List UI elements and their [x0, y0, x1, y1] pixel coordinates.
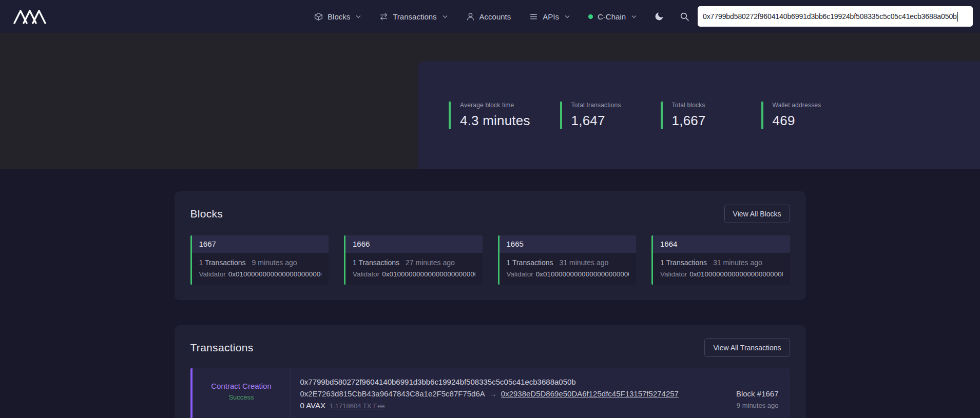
validator-address: 0x010000000000000000000000000000...: [689, 270, 782, 278]
block-summary: 1 Transactions9 minutes ago: [199, 258, 322, 267]
block-summary: 1 Transactions31 minutes ago: [507, 258, 629, 267]
transfer-icon: [379, 12, 388, 21]
search-input-value: 0x7799bd580272f9604140b6991d3bb6c19924bf…: [703, 12, 957, 21]
block-summary: 1 Transactions27 minutes ago: [353, 258, 475, 267]
stat-wallet-addresses: Wallet addresses 469: [761, 102, 832, 129]
chevron-down-icon: [443, 15, 448, 18]
chevron-down-icon: [565, 15, 570, 18]
stat-value: 469: [773, 113, 832, 129]
validator-label: Validator: [660, 270, 687, 278]
transaction-block-link[interactable]: Block #1667: [693, 389, 779, 398]
moon-icon: [654, 11, 664, 22]
stat-label: Total blocks: [672, 102, 732, 109]
stat-value: 1,647: [571, 113, 631, 129]
block-validator: Validator0x01000000000000000000000000000…: [199, 270, 322, 278]
nav-label-accounts: Accounts: [479, 12, 511, 21]
block-number[interactable]: 1665: [499, 235, 637, 253]
transactions-section-header: Transactions View All Transactions: [190, 339, 790, 357]
validator-address: 0x010000000000000000000000000000...: [228, 270, 321, 278]
block-time: 27 minutes ago: [406, 258, 455, 267]
chain-status-dot: [588, 14, 593, 19]
nav-label-apis: APIs: [543, 12, 559, 21]
transaction-time: 9 minutes ago: [693, 402, 779, 409]
block-card-body: 1 Transactions31 minutes ago Validator0x…: [653, 253, 790, 285]
transaction-fee: 1.1718604 TX Fee: [330, 402, 385, 410]
block-time: 31 minutes ago: [560, 258, 609, 267]
transaction-row[interactable]: Contract Creation Success 0x7799bd580272…: [190, 368, 790, 418]
chevron-down-icon: [631, 15, 637, 18]
transactions-title: Transactions: [190, 342, 254, 354]
nav-label-blocks: Blocks: [328, 12, 350, 21]
block-number[interactable]: 1664: [653, 235, 790, 253]
block-card-1666[interactable]: 1666 1 Transactions27 minutes ago Valida…: [344, 235, 483, 285]
stat-value: 1,667: [672, 113, 732, 129]
stat-total-transactions: Total transactions 1,647: [560, 102, 631, 129]
block-validator: Validator0x01000000000000000000000000000…: [507, 270, 629, 278]
validator-label: Validator: [507, 270, 533, 278]
to-address-link[interactable]: 0x2938eD5D869e50DA6f125dfc45F13157f52742…: [501, 389, 679, 398]
block-validator: Validator0x01000000000000000000000000000…: [353, 270, 475, 278]
stat-label: Average block time: [460, 102, 530, 109]
nav-item-chain-selector[interactable]: C-Chain: [588, 12, 637, 21]
view-all-blocks-button[interactable]: View All Blocks: [724, 205, 790, 223]
text-cursor: [957, 12, 958, 22]
block-time: 31 minutes ago: [713, 258, 762, 267]
theme-toggle-button[interactable]: [654, 11, 664, 22]
transaction-meta: Block #1667 9 minutes ago: [693, 368, 790, 418]
blocks-section-header: Blocks View All Blocks: [190, 205, 790, 223]
network-stats-panel: Average block time 4.3 minutes Total tra…: [418, 61, 980, 169]
block-card-body: 1 Transactions31 minutes ago Validator0x…: [499, 253, 637, 285]
nav-item-accounts[interactable]: Accounts: [466, 12, 511, 21]
transaction-amount-line: 0 AVAX1.1718604 TX Fee: [300, 400, 693, 412]
transactions-section: Transactions View All Transactions Contr…: [175, 325, 806, 418]
main-nav: Blocks Transactions: [314, 12, 637, 21]
chevron-down-icon: [356, 15, 361, 18]
block-time: 9 minutes ago: [252, 258, 297, 267]
arrow-right-icon: →: [489, 389, 497, 398]
validator-address: 0x010000000000000000000000000000...: [382, 270, 475, 278]
stat-label: Wallet addresses: [773, 102, 832, 109]
transaction-hash-link[interactable]: 0x7799bd580272f9604140b6991d3bb6c19924bf…: [300, 376, 693, 388]
hero-section: Average block time 4.3 minutes Total tra…: [0, 33, 980, 169]
blocks-title: Blocks: [190, 208, 223, 220]
nav-item-apis[interactable]: APIs: [529, 12, 570, 21]
search-input[interactable]: 0x7799bd580272f9604140b6991d3bb6c19924bf…: [698, 6, 973, 27]
search-icon: [680, 12, 689, 22]
validator-address: 0x010000000000000000000000000000...: [536, 270, 629, 278]
nav-label-transactions: Transactions: [393, 12, 436, 21]
block-number[interactable]: 1667: [192, 235, 329, 253]
nav-item-transactions[interactable]: Transactions: [379, 12, 447, 21]
block-number[interactable]: 1666: [345, 235, 483, 253]
top-navbar: Blocks Transactions: [0, 0, 980, 33]
validator-label: Validator: [199, 270, 226, 278]
view-all-transactions-button[interactable]: View All Transactions: [704, 339, 790, 357]
transaction-type: Contract Creation: [211, 382, 272, 390]
nav-item-blocks[interactable]: Blocks: [314, 12, 361, 21]
stat-total-blocks: Total blocks 1,667: [661, 102, 732, 129]
transaction-amount: 0 AVAX: [300, 401, 325, 410]
block-tx-count: 1 Transactions: [353, 258, 399, 267]
person-icon: [466, 12, 475, 21]
block-card-1665[interactable]: 1665 1 Transactions31 minutes ago Valida…: [498, 235, 637, 285]
main-content: Blocks View All Blocks 1667 1 Transactio…: [0, 169, 980, 418]
api-list-icon: [529, 12, 538, 21]
transaction-details: 0x7799bd580272f9604140b6991d3bb6c19924bf…: [291, 368, 693, 418]
transaction-addresses: 0x2E7263d815CbB43a9647843C8a1e2F5c87F75d…: [300, 388, 693, 400]
block-tx-count: 1 Transactions: [199, 258, 246, 267]
validator-label: Validator: [353, 270, 379, 278]
transaction-type-cell: Contract Creation Success: [193, 368, 291, 418]
block-card-1664[interactable]: 1664 1 Transactions31 minutes ago Valida…: [651, 235, 790, 285]
stat-average-block-time: Average block time 4.3 minutes: [449, 102, 530, 129]
blocks-row: 1667 1 Transactions9 minutes ago Validat…: [190, 235, 790, 285]
block-tx-count: 1 Transactions: [507, 258, 553, 267]
block-card-1667[interactable]: 1667 1 Transactions9 minutes ago Validat…: [190, 235, 329, 285]
block-summary: 1 Transactions31 minutes ago: [660, 258, 783, 267]
from-address: 0x2E7263d815CbB43a9647843C8a1e2F5c87F75d…: [300, 389, 485, 398]
block-validator: Validator0x01000000000000000000000000000…: [660, 270, 783, 278]
block-card-body: 1 Transactions27 minutes ago Validator0x…: [345, 253, 483, 285]
stat-value: 4.3 minutes: [460, 113, 530, 129]
nav-label-chain: C-Chain: [598, 12, 626, 21]
cube-icon: [314, 12, 323, 21]
search-button[interactable]: [680, 12, 689, 22]
avalanche-logo[interactable]: [13, 8, 46, 25]
